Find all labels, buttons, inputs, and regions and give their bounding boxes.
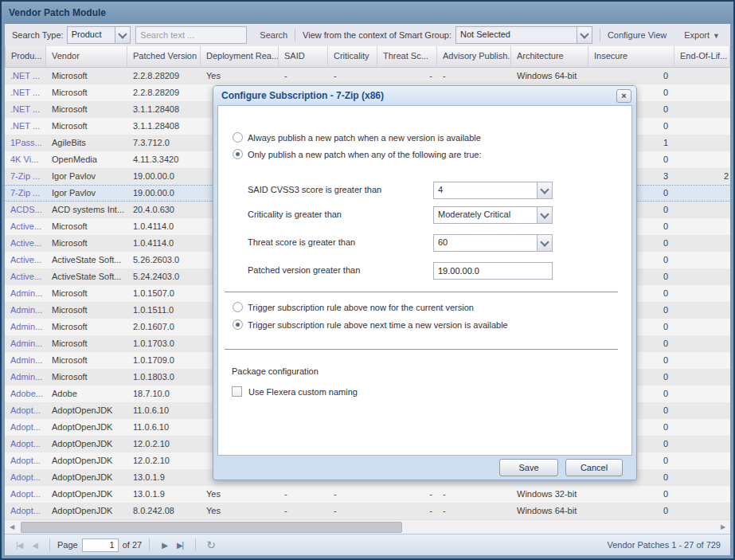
cell-patched-version: 3.1.1.28408 bbox=[127, 118, 201, 135]
radio-always-publish[interactable] bbox=[233, 132, 243, 143]
cell-end-of-life bbox=[674, 285, 730, 302]
cell-product[interactable]: Active... bbox=[5, 252, 46, 268]
hscroll-left-arrow-icon[interactable]: ◀ bbox=[6, 522, 18, 532]
table-row[interactable]: .NET ... Microsoft 2.2.8.28209 Yes - - -… bbox=[5, 68, 730, 84]
cell-patched-version: 19.00.00.0 bbox=[127, 186, 201, 201]
search-type-select[interactable]: Product bbox=[67, 26, 131, 44]
save-button[interactable]: Save bbox=[499, 459, 558, 476]
cell-product[interactable]: .NET ... bbox=[5, 118, 46, 135]
column-header-patched-version[interactable]: Patched Version bbox=[127, 46, 201, 67]
flexera-naming-label: Use Flexera custom naming bbox=[248, 387, 358, 397]
cell-end-of-life bbox=[674, 202, 730, 218]
cell-product[interactable]: .NET ... bbox=[5, 101, 46, 118]
cell-product[interactable]: 1Pass... bbox=[5, 135, 46, 151]
chevron-down-icon[interactable] bbox=[537, 182, 552, 198]
cell-product[interactable]: Admin... bbox=[5, 302, 46, 319]
hscroll-right-arrow-icon[interactable]: ▶ bbox=[717, 522, 729, 532]
cell-patched-version: 19.00.00.0 bbox=[127, 168, 201, 185]
cell-end-of-life bbox=[674, 352, 730, 369]
cell-product[interactable]: 7-Zip ... bbox=[5, 168, 46, 185]
criticality-value: Moderately Critical bbox=[434, 207, 537, 223]
cell-product[interactable]: Adopt... bbox=[5, 419, 46, 436]
table-row[interactable]: Adopt... AdoptOpenJDK 8.0.242.08 Yes - -… bbox=[5, 503, 730, 519]
cell-patched-version: 1.0.1803.0 bbox=[127, 369, 201, 386]
column-header-vendor[interactable]: Vendor bbox=[46, 46, 127, 67]
cell-patched-version: 13.0.1.9 bbox=[127, 486, 201, 503]
column-header-threat-score[interactable]: Threat Sc... bbox=[377, 46, 437, 67]
last-page-button[interactable]: ▶| bbox=[177, 541, 183, 550]
page-input[interactable] bbox=[82, 538, 119, 552]
refresh-icon[interactable]: ↻ bbox=[206, 538, 216, 551]
cell-product[interactable]: Adopt... bbox=[5, 469, 46, 486]
export-button[interactable]: Export▼ bbox=[684, 30, 720, 40]
smart-group-select[interactable]: Not Selected bbox=[455, 26, 592, 44]
said-cvss3-select[interactable]: 4 bbox=[433, 182, 553, 199]
column-header-criticality[interactable]: Criticality bbox=[328, 46, 377, 67]
cell-product[interactable]: Active... bbox=[5, 218, 46, 235]
criticality-select[interactable]: Moderately Critical bbox=[433, 206, 553, 224]
column-header-insecure[interactable]: Insecure bbox=[588, 46, 674, 67]
table-header: Produ... Vendor Patched Version Deployme… bbox=[5, 46, 730, 68]
search-button[interactable]: Search bbox=[260, 30, 287, 40]
hscroll-thumb[interactable] bbox=[21, 522, 402, 533]
cell-product[interactable]: 4K Vi... bbox=[5, 151, 46, 168]
cell-product[interactable]: .NET ... bbox=[5, 84, 46, 101]
next-page-button[interactable]: ▶ bbox=[162, 541, 167, 550]
column-header-advisory-published[interactable]: Advisory Publish... bbox=[437, 46, 511, 67]
cell-product[interactable]: Adopt... bbox=[5, 486, 46, 503]
cell-patched-version: 1.0.1511.0 bbox=[127, 302, 201, 319]
cell-product[interactable]: Adopt... bbox=[5, 503, 46, 519]
cell-patched-version: 20.4.0.630 bbox=[127, 202, 201, 218]
cell-product[interactable]: Admin... bbox=[5, 352, 46, 369]
cancel-button[interactable]: Cancel bbox=[565, 459, 623, 476]
cell-end-of-life bbox=[674, 452, 730, 469]
cell-product[interactable]: Admin... bbox=[5, 335, 46, 352]
cell-vendor: Microsoft bbox=[46, 68, 127, 84]
table-row[interactable]: Adopt... AdoptOpenJDK 13.0.1.9 Yes - - -… bbox=[5, 486, 730, 503]
cell-end-of-life bbox=[674, 252, 730, 268]
column-header-end-of-life[interactable]: End-Of-Lif... bbox=[674, 46, 730, 67]
cell-vendor: OpenMedia bbox=[46, 151, 127, 168]
close-icon[interactable]: × bbox=[616, 89, 631, 103]
radio-trigger-now[interactable] bbox=[233, 302, 243, 312]
cell-product[interactable]: Adopt... bbox=[5, 452, 46, 469]
threat-score-select[interactable]: 60 bbox=[433, 234, 553, 252]
chevron-down-icon[interactable] bbox=[577, 27, 592, 43]
search-input[interactable] bbox=[135, 26, 247, 44]
patched-version-input[interactable] bbox=[433, 262, 553, 280]
cell-patched-version: 11.0.6.10 bbox=[127, 402, 201, 419]
cell-patched-version: 5.26.2603.0 bbox=[127, 252, 201, 268]
chevron-down-icon[interactable] bbox=[115, 27, 130, 43]
first-page-button[interactable]: |◀ bbox=[16, 541, 22, 550]
cell-product[interactable]: Active... bbox=[5, 268, 46, 285]
configure-subscription-dialog: Configure Subscription - 7-Zip (x86) × A… bbox=[213, 85, 637, 480]
cell-product[interactable]: Admin... bbox=[5, 319, 46, 335]
cell-product[interactable]: Admin... bbox=[5, 285, 46, 302]
cell-product[interactable]: .NET ... bbox=[5, 68, 46, 84]
cell-end-of-life bbox=[674, 135, 730, 151]
cell-vendor: Microsoft bbox=[46, 218, 127, 235]
configure-view-button[interactable]: Configure View bbox=[608, 30, 667, 40]
cell-product[interactable]: Admin... bbox=[5, 369, 46, 386]
chevron-down-icon[interactable] bbox=[537, 235, 552, 251]
cell-vendor: Microsoft bbox=[46, 101, 127, 118]
cell-insecure: 0 bbox=[588, 68, 674, 84]
flexera-naming-checkbox[interactable] bbox=[232, 386, 242, 397]
cell-product[interactable]: Adopt... bbox=[5, 402, 46, 419]
hscrollbar[interactable]: ◀ ▶ bbox=[5, 519, 730, 534]
cell-product[interactable]: Adopt... bbox=[5, 436, 46, 452]
column-header-product[interactable]: Produ... bbox=[5, 46, 46, 67]
cell-product[interactable]: 7-Zip ... bbox=[5, 186, 46, 201]
prev-page-button[interactable]: ◀ bbox=[32, 541, 37, 550]
cell-patched-version: 13.0.1.9 bbox=[127, 469, 201, 486]
cell-product[interactable]: Adobe... bbox=[5, 386, 46, 402]
column-header-deployment-ready[interactable]: Deployment Rea... bbox=[201, 46, 279, 67]
cell-product[interactable]: Active... bbox=[5, 235, 46, 252]
cell-product[interactable]: ACDS... bbox=[5, 202, 46, 218]
column-header-architecture[interactable]: Architecture bbox=[511, 46, 588, 67]
column-header-said[interactable]: SAID bbox=[279, 46, 328, 67]
cell-threat-score: - bbox=[377, 68, 437, 84]
radio-only-publish[interactable] bbox=[233, 149, 243, 159]
radio-trigger-next[interactable] bbox=[233, 319, 243, 330]
chevron-down-icon[interactable] bbox=[537, 207, 552, 223]
